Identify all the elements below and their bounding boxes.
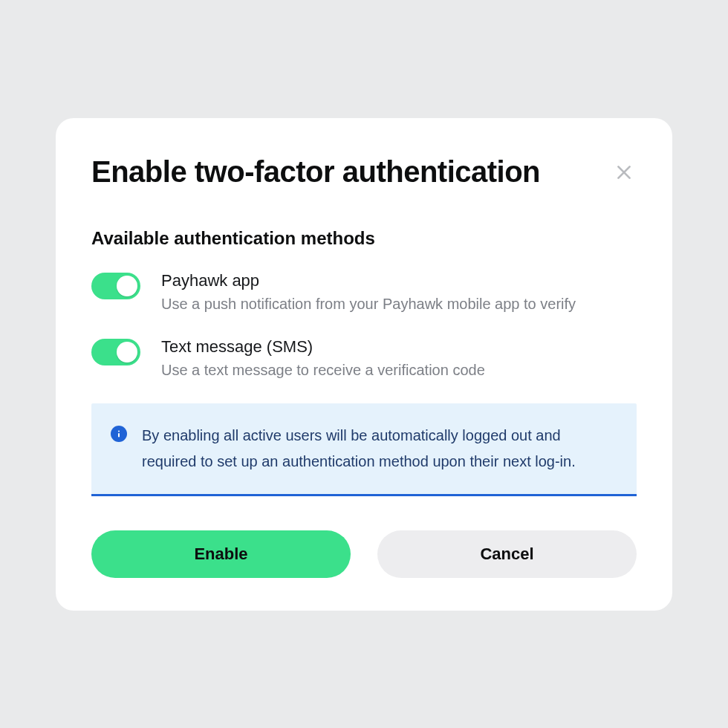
method-description: Use a push notification from your Payhaw… [161,293,637,315]
svg-rect-3 [118,433,120,438]
method-row-sms: Text message (SMS) Use a text message to… [91,337,637,381]
modal-title: Enable two-factor authentication [91,155,540,188]
method-row-payhawk-app: Payhawk app Use a push notification from… [91,271,637,315]
enable-button[interactable]: Enable [91,530,351,578]
method-name: Text message (SMS) [161,337,637,357]
method-text: Text message (SMS) Use a text message to… [161,337,637,381]
button-row: Enable Cancel [91,530,637,578]
toggle-sms[interactable] [91,339,140,365]
info-banner: By enabling all active users will be aut… [91,403,637,496]
modal-header: Enable two-factor authentication [91,155,637,188]
close-button[interactable] [611,160,637,185]
section-title: Available authentication methods [91,228,637,249]
toggle-knob [117,276,137,296]
close-icon [614,163,634,182]
toggle-knob [117,342,137,363]
svg-rect-2 [118,430,120,432]
cancel-button[interactable]: Cancel [377,530,637,578]
toggle-payhawk-app[interactable] [91,273,140,299]
method-name: Payhawk app [161,271,637,290]
info-text: By enabling all active users will be aut… [142,423,617,475]
info-icon [111,426,127,442]
method-text: Payhawk app Use a push notification from… [161,271,637,315]
two-factor-modal: Enable two-factor authentication Availab… [56,118,672,611]
method-description: Use a text message to receive a verifica… [161,360,637,381]
